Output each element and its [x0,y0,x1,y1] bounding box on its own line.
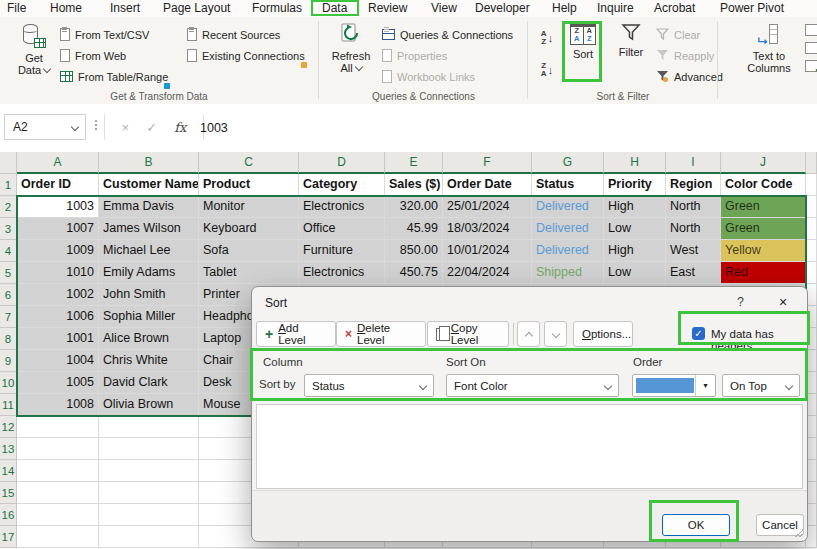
formula-bar-input[interactable]: 1003 [200,121,228,135]
queries-connections-button[interactable]: Queries & Connections [382,24,513,45]
resize-grip[interactable] [795,529,803,537]
col-header-G[interactable]: G [532,152,604,174]
sort-button[interactable]: ZAAZ Sort [563,23,603,60]
cell-A17[interactable] [17,526,99,548]
tab-home[interactable]: Home [50,1,82,15]
refresh-all-button[interactable]: Refresh All [326,23,376,74]
from-table-range-button[interactable]: From Table/Range [60,66,168,87]
tab-acrobat[interactable]: Acrobat [654,1,695,15]
cell-H2[interactable]: High [604,196,666,218]
cell-D5[interactable]: Electronics [299,262,385,284]
cell-A16[interactable] [17,504,99,526]
cell-E4[interactable]: 850.00 [385,240,443,262]
name-box[interactable]: A2 [4,114,86,140]
cell-H1[interactable]: Priority [604,174,666,196]
row-header-1[interactable]: 1 [0,174,17,196]
cell-J1[interactable]: Color Code [721,174,806,196]
cell-F1[interactable]: Order Date [443,174,532,196]
cell-B4[interactable]: Michael Lee [99,240,199,262]
my-data-has-headers-checkbox[interactable]: ✓ [692,327,705,340]
cell-F4[interactable]: 10/01/2024 [443,240,532,262]
filter-button[interactable]: Filter [609,23,653,58]
col-header-C[interactable]: C [199,152,299,174]
col-header-B[interactable]: B [99,152,199,174]
cell-B5[interactable]: Emily Adams [99,262,199,284]
row-header-10[interactable]: 10 [0,372,17,394]
text-to-columns-button[interactable]: ⮡ Text toColumns [741,23,797,74]
col-header-D[interactable]: D [299,152,385,174]
cell-A2[interactable]: 1003 [17,196,99,218]
cell-A14[interactable] [17,460,99,482]
row-header-2[interactable]: 2 [0,196,17,218]
order-position-select[interactable]: On Top [722,374,800,397]
row-header-16[interactable]: 16 [0,504,17,526]
row-header-12[interactable]: 12 [0,416,17,438]
cell-I3[interactable]: North [666,218,721,240]
cell-D1[interactable]: Category [299,174,385,196]
row-header-4[interactable]: 4 [0,240,17,262]
cell-B16[interactable] [99,504,199,526]
cell-A8[interactable]: 1001 [17,328,99,350]
remove-duplicates-icon[interactable]: × [805,42,817,54]
cell-A4[interactable]: 1009 [17,240,99,262]
cell-A12[interactable] [17,416,99,438]
cell-A15[interactable] [17,482,99,504]
data-validation-icon[interactable]: ✓ [805,60,817,72]
row-header-9[interactable]: 9 [0,350,17,372]
cell-E5[interactable]: 450.75 [385,262,443,284]
cell-H4[interactable]: High [604,240,666,262]
cancel-entry-icon[interactable]: × [122,120,130,135]
cell-B6[interactable]: John Smith [99,284,199,306]
cell-B17[interactable] [99,526,199,548]
cell-I5[interactable]: East [666,262,721,284]
move-level-down-button[interactable] [544,321,567,347]
cell-B8[interactable]: Alice Brown [99,328,199,350]
row-header-14[interactable]: 14 [0,460,17,482]
cell-C5[interactable]: Tablet [199,262,299,284]
advanced-filter-button[interactable]: Advanced [656,66,723,87]
tab-power-pivot[interactable]: Power Pivot [720,1,784,15]
col-header-A[interactable]: A [17,152,99,174]
cell-B12[interactable] [99,416,199,438]
cell-B7[interactable]: Sophia Miller [99,306,199,328]
cell-B3[interactable]: James Wilson [99,218,199,240]
select-all-corner[interactable] [0,152,17,174]
cell-G2[interactable]: Delivered [532,196,604,218]
cell-C1[interactable]: Product [199,174,299,196]
cell-G4[interactable]: Delivered [532,240,604,262]
sort-by-column-select[interactable]: Status [304,374,434,397]
delete-level-button[interactable]: × Delete Level [336,321,426,347]
tab-view[interactable]: View [431,1,457,15]
existing-connections-button[interactable]: Existing Connections [187,45,305,66]
tab-file[interactable]: File [7,1,26,15]
cell-E3[interactable]: 45.99 [385,218,443,240]
row-header-7[interactable]: 7 [0,306,17,328]
cell-E2[interactable]: 320.00 [385,196,443,218]
col-header-J[interactable]: J [721,152,806,174]
from-text-csv-button[interactable]: From Text/CSV [60,24,168,45]
cell-A7[interactable]: 1006 [17,306,99,328]
cell-C3[interactable]: Keyboard [199,218,299,240]
cell-J3[interactable]: Green [721,218,806,240]
cell-G5[interactable]: Shipped [532,262,604,284]
formula-bar-handle[interactable] [95,120,97,130]
cell-C4[interactable]: Sofa [199,240,299,262]
cell-B14[interactable] [99,460,199,482]
font-color-swatch-select[interactable]: ▼ [632,374,716,397]
cell-H3[interactable]: Low [604,218,666,240]
cell-J5[interactable]: Red [721,262,806,284]
cell-B1[interactable]: Customer Name [99,174,199,196]
close-icon[interactable]: × [779,294,787,310]
cell-A6[interactable]: 1002 [17,284,99,306]
cell-B13[interactable] [99,438,199,460]
row-header-11[interactable]: 11 [0,394,17,416]
cell-C2[interactable]: Monitor [199,196,299,218]
cell-F3[interactable]: 18/03/2024 [443,218,532,240]
sort-on-select[interactable]: Font Color [446,374,619,397]
cell-A1[interactable]: Order ID [17,174,99,196]
cell-B9[interactable]: Chris White [99,350,199,372]
cell-B2[interactable]: Emma Davis [99,196,199,218]
row-header-6[interactable]: 6 [0,284,17,306]
flash-fill-icon[interactable] [805,24,817,36]
tab-inquire[interactable]: Inquire [597,1,634,15]
